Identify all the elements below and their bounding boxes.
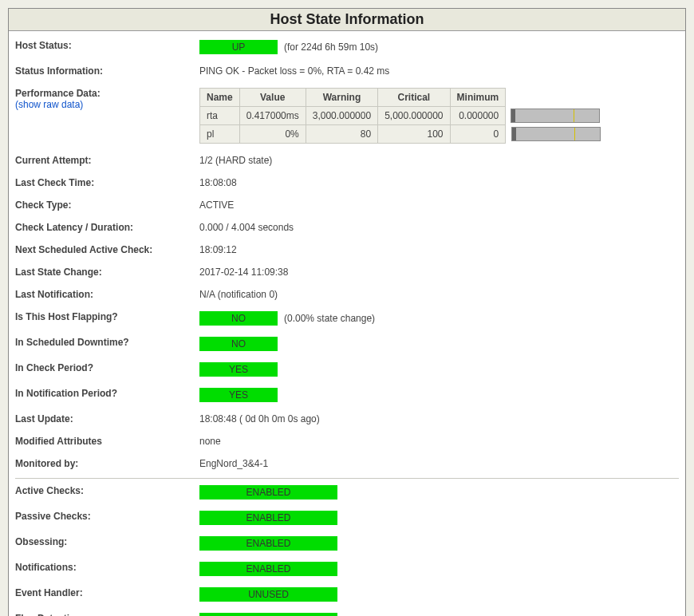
perf-rta-warning: 3,000.000000 (306, 107, 377, 125)
label-last-change: Last State Change: (15, 267, 199, 278)
perf-row-pl: pl 0% 80 100 0 (200, 125, 605, 144)
label-latency: Check Latency / Duration: (15, 222, 199, 233)
perf-pl-name: pl (200, 125, 240, 144)
row-last-change: Last State Change: 2017-02-14 11:09:38 (15, 261, 679, 283)
badge-obsessing: ENABLED (199, 536, 337, 551)
row-last-notif: Last Notification: N/A (notification 0) (15, 283, 679, 306)
value-passive-checks: ENABLED (199, 511, 679, 525)
perf-pl-bar-mark (574, 128, 575, 140)
label-notif-period: In Notification Period? (15, 388, 199, 399)
value-performance-data: Name Value Warning Critical Minimum rta … (199, 88, 679, 144)
row-event-handler: Event Handler: UNUSED (15, 582, 679, 607)
value-notif-period: YES (199, 388, 679, 402)
perf-h-minimum: Minimum (450, 89, 506, 107)
value-last-check: 18:08:08 (199, 177, 679, 188)
value-last-change: 2017-02-14 11:09:38 (199, 267, 679, 278)
perf-rta-value: 0.417000ms (239, 107, 306, 125)
badge-active-checks: ENABLED (199, 485, 337, 500)
label-modified: Modified Attributes (15, 436, 199, 447)
value-latency: 0.000 / 4.004 seconds (199, 222, 679, 233)
perf-rta-bar-fill (511, 109, 515, 122)
perf-h-warning: Warning (306, 89, 377, 107)
value-downtime: NO (199, 337, 679, 351)
host-status-duration: (for 224d 6h 59m 10s) (284, 41, 378, 53)
label-check-period: In Check Period? (15, 362, 199, 373)
value-flap-detect: ENABLED (199, 613, 679, 616)
host-state-panel: Host State Information Host Status: UP (… (8, 8, 686, 616)
label-next-check: Next Scheduled Active Check: (15, 244, 199, 255)
perf-h-critical: Critical (378, 89, 450, 107)
perf-rta-minimum: 0.000000 (450, 107, 506, 125)
row-status-info: Status Information: PING OK - Packet los… (15, 60, 679, 82)
row-next-check: Next Scheduled Active Check: 18:09:12 (15, 239, 679, 261)
row-current-attempt: Current Attempt: 1/2 (HARD state) (15, 149, 679, 172)
perf-rta-bar-cell (506, 107, 605, 125)
badge-check-period: YES (199, 362, 278, 377)
value-active-checks: ENABLED (199, 485, 679, 500)
perf-label-text: Performance Data: (15, 88, 101, 99)
label-check-type: Check Type: (15, 199, 199, 211)
row-notif-period: In Notification Period? YES (15, 382, 679, 408)
row-check-period: In Check Period? YES (15, 357, 679, 382)
perf-h-bar (506, 89, 605, 107)
value-last-notif: N/A (notification 0) (199, 289, 679, 300)
perf-pl-bar (511, 127, 601, 141)
row-flapping: Is This Host Flapping? NO (0.00% state c… (15, 306, 679, 331)
perf-pl-warning: 80 (306, 125, 377, 144)
row-modified: Modified Attributes none (15, 430, 679, 452)
row-notifications: Notifications: ENABLED (15, 556, 679, 582)
value-notifications: ENABLED (199, 562, 679, 576)
label-downtime: In Scheduled Downtime? (15, 337, 199, 348)
performance-table: Name Value Warning Critical Minimum rta … (199, 88, 605, 144)
badge-event-handler: UNUSED (199, 587, 337, 602)
label-performance-data: Performance Data: (show raw data) (15, 88, 199, 110)
label-last-check: Last Check Time: (15, 177, 199, 188)
label-monitored: Monitored by: (15, 458, 199, 469)
label-host-status: Host Status: (15, 40, 199, 51)
value-host-status: UP (for 224d 6h 59m 10s) (199, 40, 679, 54)
perf-pl-bar-fill (512, 128, 516, 140)
label-status-info: Status Information: (15, 65, 199, 77)
perf-header-row: Name Value Warning Critical Minimum (200, 89, 605, 107)
perf-rta-critical: 5,000.000000 (378, 107, 450, 125)
value-current-attempt: 1/2 (HARD state) (199, 155, 679, 166)
row-performance-data: Performance Data: (show raw data) Name V… (15, 82, 679, 149)
show-raw-data-link[interactable]: (show raw data) (15, 99, 83, 110)
value-flapping: NO (0.00% state change) (199, 311, 679, 326)
perf-pl-minimum: 0 (450, 125, 506, 144)
value-check-type: ACTIVE (199, 199, 679, 211)
perf-rta-bar (511, 109, 600, 123)
badge-notifications: ENABLED (199, 562, 337, 576)
value-status-info: PING OK - Packet loss = 0%, RTA = 0.42 m… (199, 65, 679, 77)
label-event-handler: Event Handler: (15, 587, 199, 598)
label-flap-detect: Flap Detection: (15, 613, 199, 616)
perf-pl-critical: 100 (378, 125, 450, 144)
label-notifications: Notifications: (15, 562, 199, 573)
value-last-update: 18:08:48 ( 0d 0h 0m 0s ago) (199, 413, 679, 424)
row-latency: Check Latency / Duration: 0.000 / 4.004 … (15, 216, 679, 239)
panel-title: Host State Information (9, 9, 685, 31)
panel-body: Host Status: UP (for 224d 6h 59m 10s) St… (9, 31, 685, 616)
perf-row-rta: rta 0.417000ms 3,000.000000 5,000.000000… (200, 107, 605, 125)
badge-passive-checks: ENABLED (199, 511, 337, 525)
label-last-notif: Last Notification: (15, 289, 199, 300)
value-check-period: YES (199, 362, 679, 377)
badge-downtime: NO (199, 337, 278, 351)
perf-pl-bar-cell (506, 125, 605, 144)
value-next-check: 18:09:12 (199, 244, 679, 255)
row-passive-checks: Passive Checks: ENABLED (15, 505, 679, 531)
perf-rta-bar-mark (574, 109, 574, 122)
perf-rta-name: rta (200, 107, 240, 125)
row-obsessing: Obsessing: ENABLED (15, 531, 679, 556)
flapping-trail: (0.00% state change) (284, 313, 375, 324)
label-active-checks: Active Checks: (15, 485, 199, 496)
row-active-checks: Active Checks: ENABLED (15, 478, 679, 505)
badge-flap-detect: ENABLED (199, 613, 337, 616)
row-last-check: Last Check Time: 18:08:08 (15, 172, 679, 194)
badge-up: UP (199, 40, 278, 54)
label-last-update: Last Update: (15, 413, 199, 424)
label-obsessing: Obsessing: (15, 536, 199, 547)
perf-h-value: Value (239, 89, 306, 107)
row-monitored: Monitored by: EngNord_3&4-1 (15, 452, 679, 475)
row-last-update: Last Update: 18:08:48 ( 0d 0h 0m 0s ago) (15, 408, 679, 430)
